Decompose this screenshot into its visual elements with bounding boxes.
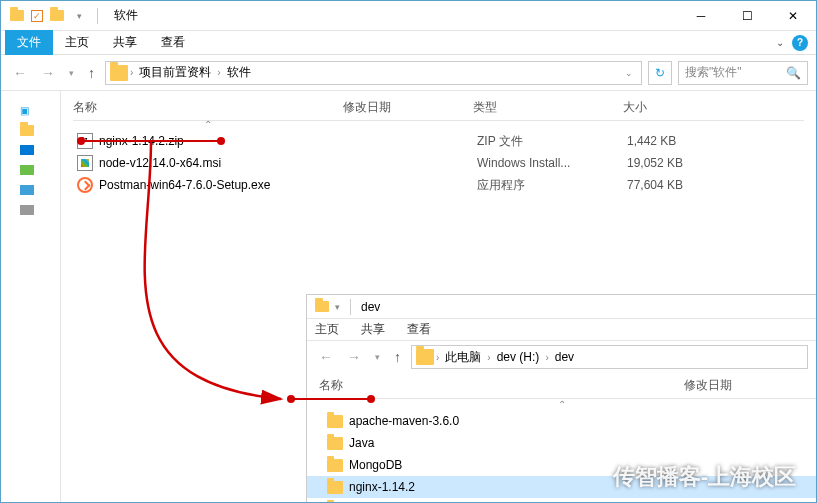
folder-qat-icon[interactable] [49,8,65,24]
chevron-right-icon[interactable]: › [217,67,220,78]
folder-name: apache-maven-3.6.0 [349,414,459,428]
ribbon-collapse-icon[interactable]: ⌄ [776,37,784,48]
ribbon-tabs: 文件 主页 共享 查看 ⌄ ? [1,31,816,55]
back-button[interactable]: ← [315,347,337,367]
crumb-item[interactable]: dev (H:) [493,348,544,366]
folder-icon [110,65,128,81]
maximize-button[interactable]: ☐ [724,1,770,31]
up-button[interactable]: ↑ [84,63,99,83]
folder-row[interactable]: apache-maven-3.6.0 [307,410,816,432]
column-headers: 名称 修改日期 类型 大小 [73,99,804,121]
nav-item[interactable]: ▣ [20,103,42,117]
tab-view[interactable]: 查看 [149,30,197,55]
folder-icon [416,349,434,365]
minimize-button[interactable]: ─ [678,1,724,31]
qat-dropdown-icon[interactable]: ▾ [335,302,340,312]
folder-icon [9,8,25,24]
crumb-item[interactable]: 此电脑 [441,347,485,368]
help-icon[interactable]: ? [792,35,808,51]
file-list-pane: 名称 修改日期 类型 大小 ⌃ nginx-1.14.2.zipZIP 文件1,… [61,91,816,502]
breadcrumb[interactable]: › 此电脑 › dev (H:) › dev [411,345,808,369]
file-type: 应用程序 [477,177,627,194]
file-size: 19,052 KB [627,156,727,170]
tab-home[interactable]: 主页 [315,321,339,338]
chevron-right-icon[interactable]: › [130,67,133,78]
folder-name: nginx-1.14.2 [349,480,415,494]
folder-name: Java [349,436,374,450]
nav-item[interactable] [20,163,42,177]
file-row[interactable]: node-v12.14.0-x64.msiWindows Install...1… [73,152,804,174]
window-title: 软件 [114,7,138,24]
file-name: node-v12.14.0-x64.msi [99,156,347,170]
file-size: 77,604 KB [627,178,727,192]
file-row[interactable]: nginx-1.14.2.zipZIP 文件1,442 KB [73,130,804,152]
file-name: Postman-win64-7.6.0-Setup.exe [99,178,347,192]
tab-share[interactable]: 共享 [361,321,385,338]
back-button[interactable]: ← [9,63,31,83]
file-name: nginx-1.14.2.zip [99,134,347,148]
file-row[interactable]: Postman-win64-7.6.0-Setup.exe应用程序77,604 … [73,174,804,196]
file-icon [77,177,93,193]
folder-row[interactable]: Java [307,432,816,454]
tab-home[interactable]: 主页 [53,30,101,55]
refresh-button[interactable]: ↻ [648,61,672,85]
crumb-dropdown-icon[interactable]: ⌄ [625,68,637,78]
sort-indicator-icon: ⌃ [73,119,343,130]
col-name[interactable]: 名称 [319,377,684,394]
crumb-item[interactable]: 项目前置资料 [135,62,215,83]
breadcrumb[interactable]: › 项目前置资料 › 软件 ⌄ [105,61,642,85]
watermark: 传智播客-上海校区 [613,462,796,492]
nav-pane: ▣ [1,91,61,502]
recent-dropdown[interactable]: ▾ [371,350,384,364]
file-icon [77,155,93,171]
search-input[interactable]: 搜索"软件" 🔍 [678,61,808,85]
col-name[interactable]: 名称 [73,99,343,116]
folder-icon [327,459,343,472]
qat-dropdown-icon[interactable]: ▾ [71,8,87,24]
chevron-right-icon[interactable]: › [545,352,548,363]
folder-icon [327,437,343,450]
up-button[interactable]: ↑ [390,347,405,367]
col-date[interactable]: 修改日期 [343,99,473,116]
tab-view[interactable]: 查看 [407,321,431,338]
crumb-item[interactable]: 软件 [223,62,255,83]
tab-file[interactable]: 文件 [5,30,53,55]
window2-title: dev [361,300,380,314]
checkbox-icon[interactable]: ✓ [31,10,43,22]
forward-button[interactable]: → [37,63,59,83]
nav-item[interactable] [20,203,42,217]
folder-name: MongoDB [349,458,402,472]
nav-item[interactable] [20,143,42,157]
recent-dropdown[interactable]: ▾ [65,66,78,80]
nav-item[interactable] [20,183,42,197]
nav-item[interactable] [20,123,42,137]
file-type: Windows Install... [477,156,627,170]
file-size: 1,442 KB [627,134,727,148]
folder-icon [315,301,329,312]
folder-icon [327,481,343,494]
chevron-right-icon[interactable]: › [487,352,490,363]
close-button[interactable]: ✕ [770,1,816,31]
file-type: ZIP 文件 [477,133,627,150]
search-icon[interactable]: 🔍 [786,66,801,80]
search-placeholder: 搜索"软件" [685,64,742,81]
folder-row[interactable]: PowerDesigner [307,498,816,503]
titlebar: ✓ ▾ 软件 ─ ☐ ✕ [1,1,816,31]
forward-button[interactable]: → [343,347,365,367]
chevron-right-icon[interactable]: › [436,352,439,363]
folder-icon [327,415,343,428]
col-date[interactable]: 修改日期 [684,377,804,394]
tab-share[interactable]: 共享 [101,30,149,55]
crumb-item[interactable]: dev [551,348,578,366]
nav-row: ← → ▾ ↑ › 项目前置资料 › 软件 ⌄ ↻ 搜索"软件" 🔍 [1,55,816,91]
col-type[interactable]: 类型 [473,99,623,116]
file-icon [77,133,93,149]
sort-indicator-icon: ⌃ [307,399,816,410]
col-size[interactable]: 大小 [623,99,723,116]
